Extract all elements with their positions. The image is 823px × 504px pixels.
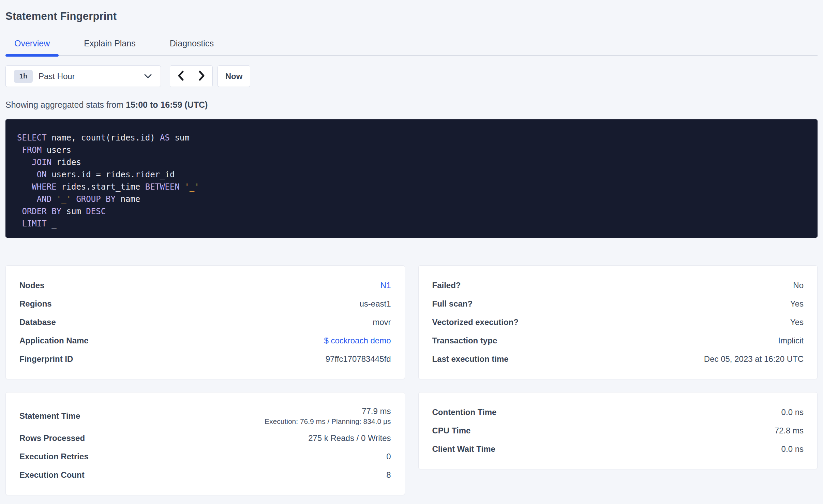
sql-token: JOIN — [32, 158, 51, 167]
row-label: Statement Time — [19, 411, 80, 421]
row-label: Full scan? — [432, 299, 473, 309]
sql-token: '_' — [184, 182, 199, 192]
interval-arrows — [170, 65, 213, 87]
fingerprint-id-value: 97ffc170783445fd — [326, 354, 391, 364]
row-label: CPU Time — [432, 426, 471, 435]
row-last-execution-time: Last execution time Dec 05, 2023 at 16:2… — [432, 350, 804, 368]
sql-token — [71, 194, 76, 204]
nodes-link[interactable]: N1 — [380, 281, 391, 290]
row-label: Contention Time — [432, 407, 497, 417]
sql-token: LIMIT — [22, 219, 46, 228]
full-scan-value: Yes — [790, 299, 804, 309]
sql-line: JOIN rides — [17, 156, 807, 168]
sql-token: users.id = rides.rider_id — [47, 170, 175, 179]
statement-time-value: 77.9 ms Execution: 76.9 ms / Planning: 8… — [265, 403, 391, 429]
statement-time-main: 77.9 ms — [362, 406, 391, 416]
chevron-down-icon — [144, 74, 152, 79]
statement-fingerprint-page: Statement Fingerprint Overview Explain P… — [0, 10, 823, 495]
time-toolbar: 1h Past Hour Now — [5, 65, 818, 87]
row-database: Database movr — [19, 313, 391, 331]
sql-token: rides — [51, 158, 81, 167]
execution-attributes-card: Failed? No Full scan? Yes Vectorized exe… — [418, 265, 818, 379]
sql-token: AS — [160, 133, 170, 143]
row-statement-time: Statement Time 77.9 ms Execution: 76.9 m… — [19, 403, 391, 429]
sql-token — [51, 194, 56, 204]
tab-overview[interactable]: Overview — [5, 38, 59, 55]
sql-line: LIMIT _ — [17, 218, 807, 230]
row-nodes: Nodes N1 — [19, 276, 391, 295]
sql-token: _ — [47, 219, 57, 228]
sql-token: BETWEEN — [145, 182, 180, 192]
now-button[interactable]: Now — [218, 65, 250, 87]
sql-token: ON — [37, 170, 47, 179]
database-value: movr — [373, 317, 391, 327]
sql-token: ORDER BY — [22, 207, 61, 216]
sql-token: FROM — [22, 145, 42, 155]
aggregation-note-prefix: Showing aggregated stats from — [5, 100, 123, 109]
sql-token: AND — [37, 194, 51, 204]
sql-token — [17, 219, 22, 228]
row-rows-processed: Rows Processed 275 k Reads / 0 Writes — [19, 429, 391, 447]
prev-interval-button[interactable] — [170, 66, 191, 87]
row-label: Nodes — [19, 281, 44, 290]
summary-cards: Nodes N1 Regions us-east1 Database movr … — [5, 265, 818, 495]
rows-processed-value: 275 k Reads / 0 Writes — [308, 433, 391, 443]
row-label: Regions — [19, 299, 52, 309]
aggregation-note-range: 15:00 to 16:59 (UTC) — [126, 100, 208, 109]
sql-token — [180, 182, 184, 192]
tab-diagnostics[interactable]: Diagnostics — [161, 38, 223, 55]
chevron-left-icon — [177, 70, 184, 82]
sql-line: ON users.id = rides.rider_id — [17, 168, 807, 181]
aggregation-note: Showing aggregated stats from 15:00 to 1… — [5, 100, 818, 110]
row-label: Database — [19, 317, 56, 327]
row-cpu-time: CPU Time 72.8 ms — [432, 421, 804, 440]
sql-statement: SELECT name, count(rides.id) AS sum FROM… — [5, 119, 818, 238]
vectorized-execution-value: Yes — [790, 317, 804, 327]
sql-line: ORDER BY sum DESC — [17, 205, 807, 218]
row-fingerprint-id: Fingerprint ID 97ffc170783445fd — [19, 350, 391, 368]
statement-stats-card: Statement Time 77.9 ms Execution: 76.9 m… — [5, 392, 405, 495]
sql-token: name — [116, 194, 140, 204]
sql-token — [17, 145, 22, 155]
cpu-time-value: 72.8 ms — [775, 426, 804, 435]
time-interval-select[interactable]: 1h Past Hour — [5, 65, 161, 87]
row-label: Fingerprint ID — [19, 354, 73, 364]
row-contention-time: Contention Time 0.0 ns — [432, 403, 804, 421]
interval-label: Past Hour — [39, 72, 75, 81]
row-label: Vectorized execution? — [432, 317, 519, 327]
sql-line: WHERE rides.start_time BETWEEN '_' — [17, 181, 807, 193]
sql-token: DESC — [86, 207, 106, 216]
row-execution-count: Execution Count 8 — [19, 466, 391, 484]
sql-token: sum — [170, 133, 190, 143]
execution-retries-value: 0 — [386, 452, 391, 461]
sql-token: rides.start_time — [57, 182, 145, 192]
tab-bar: Overview Explain Plans Diagnostics — [5, 38, 818, 56]
sql-token — [17, 170, 37, 179]
regions-value: us-east1 — [359, 299, 391, 309]
sql-token — [17, 182, 32, 192]
row-application-name: Application Name $ cockroach demo — [19, 331, 391, 350]
sql-token — [17, 194, 37, 204]
sql-token: '_' — [57, 194, 71, 204]
sql-token: SELECT — [17, 133, 47, 143]
page-title: Statement Fingerprint — [5, 10, 818, 23]
transaction-type-value: Implicit — [778, 336, 804, 345]
next-interval-button[interactable] — [191, 66, 212, 87]
row-vectorized-execution: Vectorized execution? Yes — [432, 313, 804, 331]
row-label: Client Wait Time — [432, 444, 495, 454]
row-label: Execution Retries — [19, 452, 89, 461]
tab-explain-plans[interactable]: Explain Plans — [75, 38, 144, 55]
row-regions: Regions us-east1 — [19, 295, 391, 313]
row-label: Rows Processed — [19, 433, 85, 443]
sql-token — [17, 158, 32, 167]
row-full-scan: Full scan? Yes — [432, 295, 804, 313]
application-name-link[interactable]: $ cockroach demo — [324, 336, 391, 345]
row-label: Application Name — [19, 336, 89, 345]
row-label: Transaction type — [432, 336, 497, 345]
execution-count-value: 8 — [386, 470, 391, 480]
sql-token: GROUP BY — [76, 194, 116, 204]
sql-token: name, count(rides.id) — [47, 133, 160, 143]
sql-line: AND '_' GROUP BY name — [17, 193, 807, 205]
statement-details-card: Nodes N1 Regions us-east1 Database movr … — [5, 265, 405, 379]
contention-time-value: 0.0 ns — [781, 407, 804, 417]
